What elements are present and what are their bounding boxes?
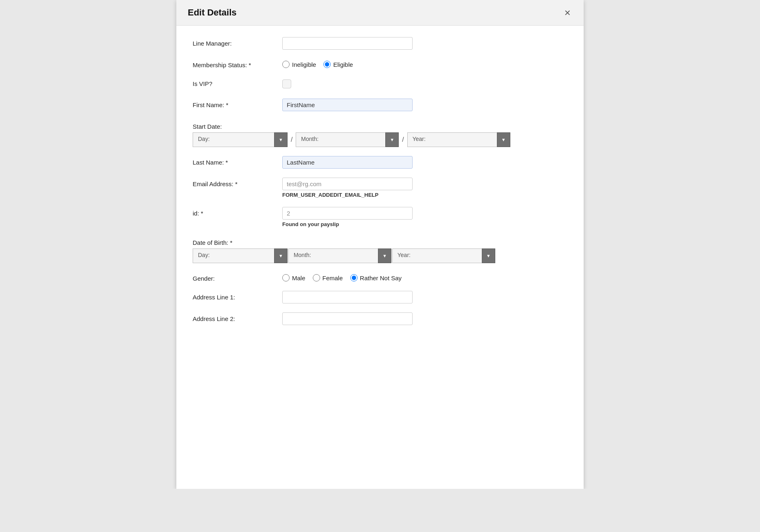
membership-ineligible-option[interactable]: Ineligible	[282, 61, 316, 68]
start-date-day-label: Day:	[193, 132, 274, 147]
membership-ineligible-label: Ineligible	[292, 61, 316, 68]
email-label: Email Address: *	[193, 178, 282, 187]
address1-row: Address Line 1:	[193, 291, 567, 303]
start-date-row: Start Date: Day: ▼ / Month: ▼ / Year: ▼	[193, 120, 567, 147]
dob-year-field: Year: ▼	[392, 248, 495, 263]
membership-radio-group: Ineligible Eligible	[282, 59, 567, 68]
dob-month-label: Month:	[288, 248, 378, 263]
line-manager-row: Line Manager:	[193, 37, 567, 50]
gender-male-label: Male	[292, 275, 305, 281]
dob-day-field: Day: ▼	[193, 248, 288, 263]
line-manager-label: Line Manager:	[193, 37, 282, 47]
first-name-input[interactable]	[282, 99, 413, 111]
email-input[interactable]	[282, 178, 413, 190]
is-vip-row: Is VIP?	[193, 77, 567, 90]
start-date-sep1: /	[288, 136, 296, 143]
address2-control	[282, 312, 567, 325]
gender-female-radio[interactable]	[313, 274, 320, 281]
dob-row: Date of Birth: * Day: ▼ Month: ▼ Year: ▼	[193, 236, 567, 263]
address1-input[interactable]	[282, 291, 413, 303]
close-button[interactable]: ×	[563, 7, 572, 18]
first-name-control	[282, 99, 567, 111]
membership-status-label: Membership Status: *	[193, 59, 282, 68]
dob-month-dropdown[interactable]: ▼	[378, 248, 391, 263]
gender-label: Gender:	[193, 272, 282, 282]
id-input[interactable]	[282, 207, 413, 220]
address1-label: Address Line 1:	[193, 291, 282, 301]
start-date-day-field: Day: ▼	[193, 132, 288, 147]
dob-year-dropdown[interactable]: ▼	[482, 248, 495, 263]
address2-label: Address Line 2:	[193, 312, 282, 322]
dob-controls: Day: ▼ Month: ▼ Year: ▼	[193, 248, 495, 263]
membership-eligible-radio[interactable]	[323, 61, 331, 68]
last-name-input[interactable]	[282, 156, 413, 169]
gender-radio-group: Male Female Rather Not Say	[282, 272, 567, 281]
dob-day-label: Day:	[193, 248, 274, 263]
start-date-year-field: Year: ▼	[407, 132, 510, 147]
dob-day-dropdown[interactable]: ▼	[274, 248, 288, 263]
modal-header: Edit Details ×	[176, 0, 584, 26]
start-date-month-label: Month:	[296, 132, 385, 147]
line-manager-control	[282, 37, 567, 50]
line-manager-input[interactable]	[282, 37, 413, 50]
first-name-label: First Name: *	[193, 99, 282, 108]
dob-label: Date of Birth: *	[193, 236, 567, 248]
gender-male-radio[interactable]	[282, 274, 290, 281]
gender-rather-not-say-radio[interactable]	[350, 274, 358, 281]
membership-ineligible-radio[interactable]	[282, 61, 290, 68]
id-help-text: Found on your payslip	[282, 221, 567, 227]
gender-male-option[interactable]: Male	[282, 274, 305, 281]
id-label: id: *	[193, 207, 282, 217]
dob-month-field: Month: ▼	[288, 248, 391, 263]
start-date-year-label: Year:	[407, 132, 497, 147]
last-name-label: Last Name: *	[193, 156, 282, 166]
start-date-sep2: /	[399, 136, 407, 143]
is-vip-checkbox[interactable]	[282, 79, 291, 88]
email-row: Email Address: * FORM_USER_ADDEDIT_EMAIL…	[193, 178, 567, 198]
start-date-month-dropdown[interactable]: ▼	[385, 132, 399, 147]
gender-row: Gender: Male Female Rather Not Say	[193, 272, 567, 282]
start-date-month-field: Month: ▼	[296, 132, 399, 147]
address2-row: Address Line 2:	[193, 312, 567, 325]
modal-title: Edit Details	[188, 7, 237, 18]
dob-year-label: Year:	[392, 248, 482, 263]
gender-female-label: Female	[323, 275, 343, 281]
gender-female-option[interactable]: Female	[313, 274, 343, 281]
last-name-control	[282, 156, 567, 169]
last-name-row: Last Name: *	[193, 156, 567, 169]
is-vip-label: Is VIP?	[193, 77, 282, 87]
membership-status-row: Membership Status: * Ineligible Eligible	[193, 59, 567, 68]
email-help-text: FORM_USER_ADDEDIT_EMAIL_HELP	[282, 192, 567, 198]
start-date-year-dropdown[interactable]: ▼	[497, 132, 510, 147]
start-date-controls: Day: ▼ / Month: ▼ / Year: ▼	[193, 132, 510, 147]
start-date-label: Start Date:	[193, 120, 567, 132]
gender-rather-not-say-label: Rather Not Say	[360, 275, 402, 281]
address1-control	[282, 291, 567, 303]
address2-input[interactable]	[282, 312, 413, 325]
email-control: FORM_USER_ADDEDIT_EMAIL_HELP	[282, 178, 567, 198]
id-control: Found on your payslip	[282, 207, 567, 227]
start-date-day-dropdown[interactable]: ▼	[274, 132, 288, 147]
membership-eligible-option[interactable]: Eligible	[323, 61, 353, 68]
gender-rather-not-say-option[interactable]: Rather Not Say	[350, 274, 402, 281]
edit-details-modal: Edit Details × Line Manager: Membership …	[176, 0, 584, 489]
modal-body: Line Manager: Membership Status: * Ineli…	[176, 26, 584, 350]
membership-status-control: Ineligible Eligible	[282, 59, 567, 68]
id-row: id: * Found on your payslip	[193, 207, 567, 227]
first-name-row: First Name: *	[193, 99, 567, 111]
gender-control: Male Female Rather Not Say	[282, 272, 567, 281]
is-vip-control	[282, 77, 567, 90]
membership-eligible-label: Eligible	[333, 61, 353, 68]
